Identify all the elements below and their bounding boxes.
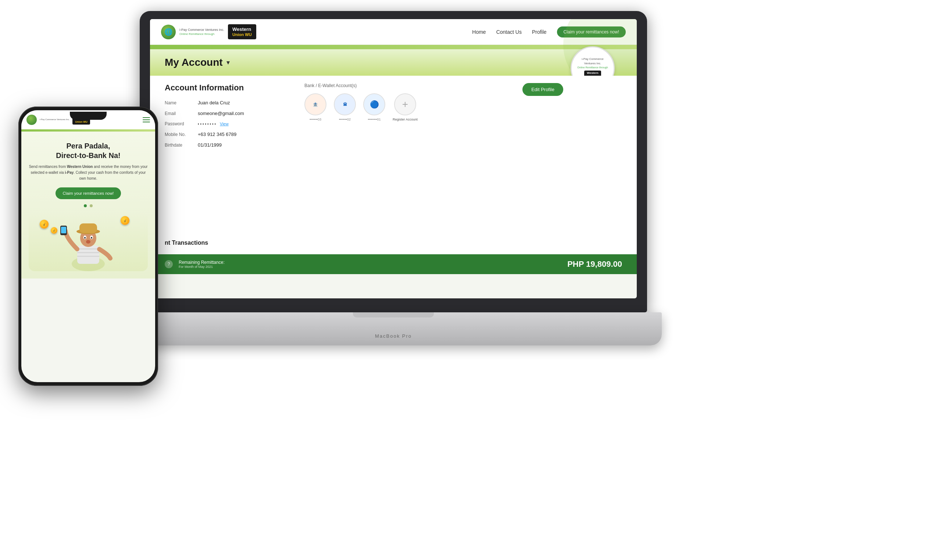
- remaining-info-icon[interactable]: ?: [165, 260, 173, 268]
- bank-accounts-row: 🏦 •••••••03 🏛 •••••••02: [304, 93, 488, 121]
- password-label: Password: [165, 121, 198, 126]
- bank-item-bdo[interactable]: 🏛 •••••••02: [334, 93, 356, 121]
- mobile-label: Mobile No.: [165, 132, 198, 137]
- add-account-circle[interactable]: +: [394, 93, 416, 116]
- register-account-item[interactable]: + Register Account: [393, 93, 418, 121]
- bank-item-gcash[interactable]: 🔵 ••••••••01: [363, 93, 385, 121]
- nav-home[interactable]: Home: [472, 29, 486, 35]
- dot-1: [84, 204, 87, 207]
- phone-device: i-Pay Commerce Ventures Inc. Western Uni…: [18, 107, 158, 386]
- remaining-amount: PHP 19,809.00: [567, 260, 622, 269]
- my-account-bar: My Account ▾: [150, 49, 637, 76]
- email-value: someone@gmail.com: [198, 111, 244, 116]
- my-account-dropdown-arrow[interactable]: ▾: [226, 59, 230, 66]
- birthdate-row: Birthdate 01/31/1999: [165, 142, 341, 148]
- phone-body: i-Pay Commerce Ventures Inc. Western Uni…: [18, 107, 158, 386]
- birthdate-value: 01/31/1999: [198, 142, 222, 148]
- svg-point-13: [86, 240, 90, 244]
- name-label: Name: [165, 100, 198, 105]
- bpi-circle: 🏦: [304, 93, 327, 116]
- view-password-link[interactable]: View: [220, 122, 229, 126]
- svg-rect-2: [77, 248, 99, 249]
- svg-point-11: [84, 237, 86, 239]
- bank-accounts-section: Bank / E-Wallet Account(s) 🏦 •••••••03: [304, 83, 488, 121]
- laptop-model-label: MacBook Pro: [375, 333, 412, 339]
- laptop-base-notch: [353, 312, 434, 317]
- phone-hero-title: Pera Padala, Direct-to-Bank Na!: [29, 141, 148, 160]
- nav-links: Home Contact Us Profile Claim your remit…: [472, 27, 626, 38]
- phone-hero-section: Pera Padala, Direct-to-Bank Na! Send rem…: [21, 132, 155, 279]
- phone-notch: [70, 112, 107, 120]
- site-navbar: 🌐 i-Pay Commerce Ventures Inc. Online Re…: [150, 19, 637, 45]
- my-account-title: My Account: [165, 57, 223, 68]
- wu-badge: Western Union WU: [228, 24, 256, 39]
- phone-hero-subtitle: Send remittances from Western Union and …: [29, 164, 148, 182]
- svg-rect-3: [77, 252, 99, 253]
- laptop-device: 🌐 i-Pay Commerce Ventures Inc. Online Re…: [140, 11, 647, 371]
- profile-section: Account Information Edit Profile Name Ju…: [150, 76, 637, 274]
- brand-text: i-Pay Commerce Ventures Inc. Online Remi…: [179, 28, 224, 36]
- gcash-masked: ••••••••01: [368, 117, 381, 121]
- password-value: ••••••••: [198, 122, 217, 126]
- remaining-remittance-bar: ? Remaining Remittance: For Month of May…: [150, 254, 637, 274]
- bank-section-title: Bank / E-Wallet Account(s): [304, 83, 488, 88]
- coin-1: 💰: [40, 220, 48, 228]
- dot-2: [90, 204, 93, 207]
- nav-contact-us[interactable]: Contact Us: [496, 29, 522, 35]
- bdo-masked: •••••••02: [339, 117, 351, 121]
- hero-pagination-dots: [29, 204, 148, 207]
- phone-hero-image: 💰 💰 💰: [29, 212, 148, 271]
- svg-rect-4: [77, 256, 99, 257]
- birthdate-label: Birthdate: [165, 143, 198, 148]
- svg-point-12: [91, 237, 92, 239]
- remaining-sublabel: For Month of May 2021: [179, 265, 224, 269]
- svg-rect-8: [80, 224, 97, 233]
- password-row: Password •••••••• View: [165, 121, 341, 126]
- bank-item-bpi[interactable]: 🏦 •••••••03: [304, 93, 327, 121]
- laptop-lid: 🌐 i-Pay Commerce Ventures Inc. Online Re…: [140, 11, 647, 312]
- mobile-value: +63 912 345 6789: [198, 132, 237, 137]
- brand-name: i-Pay Commerce Ventures Inc.: [179, 28, 224, 32]
- hero-illustration: [51, 212, 125, 271]
- bpi-masked: •••••••03: [310, 117, 321, 121]
- email-label: Email: [165, 111, 198, 116]
- name-value: Juan dela Cruz: [198, 100, 230, 105]
- recent-transactions-label: nt Transactions: [165, 240, 208, 246]
- remaining-label: Remaining Remittance:: [179, 260, 224, 265]
- svg-rect-15: [61, 227, 66, 233]
- remaining-label-group: Remaining Remittance: For Month of May 2…: [179, 260, 224, 269]
- laptop-keyboard-base: MacBook Pro: [125, 312, 662, 345]
- coin-3: 💰: [121, 216, 130, 225]
- laptop-screen: 🌐 i-Pay Commerce Ventures Inc. Online Re…: [150, 19, 637, 298]
- edit-profile-button[interactable]: Edit Profile: [523, 83, 563, 96]
- gcash-circle: 🔵: [363, 93, 385, 116]
- register-account-label: Register Account: [393, 117, 418, 121]
- phone-screen: i-Pay Commerce Ventures Inc. Western Uni…: [21, 110, 155, 382]
- phone-logo-globe: [27, 115, 37, 125]
- brand-subtitle: Online Remittance through: [179, 32, 224, 36]
- globe-icon: 🌐: [161, 25, 176, 39]
- mobile-row: Mobile No. +63 912 345 6789: [165, 132, 341, 137]
- nav-claim-button[interactable]: Claim your remittances now!: [557, 27, 626, 38]
- accent-bar: [150, 45, 637, 49]
- brand-logo-area: 🌐 i-Pay Commerce Ventures Inc. Online Re…: [161, 24, 256, 39]
- bdo-circle: 🏛: [334, 93, 356, 116]
- coin-2: 💰: [51, 227, 57, 234]
- phone-brand-text: i-Pay Commerce Ventures Inc.: [40, 118, 69, 121]
- hamburger-menu-icon[interactable]: [143, 117, 150, 122]
- phone-claim-button[interactable]: Claim your remittances now!: [56, 188, 121, 199]
- nav-profile[interactable]: Profile: [532, 29, 547, 35]
- svg-rect-1: [77, 245, 99, 264]
